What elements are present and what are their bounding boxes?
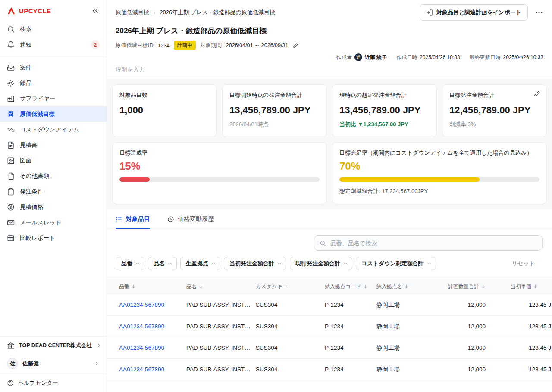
table-icon	[7, 234, 15, 242]
items-table: 品番 品名 カスタムキー 納入拠点コード 納入拠点	[107, 279, 552, 380]
user-menu[interactable]: 佐 佐藤健	[0, 354, 107, 373]
tab-price-history[interactable]: 価格変動履歴	[167, 209, 214, 229]
main-content: 原価低減目標 › 2026年上期 プレス・鍛造部品の原価低減目標 対象品目と調達…	[107, 0, 552, 392]
clipboard-icon	[7, 188, 15, 196]
table-header-row: 品番 品名 カスタムキー 納入拠点コード 納入拠点	[107, 279, 552, 294]
column-label: カスタムキー	[256, 283, 287, 290]
sidebar-item-notifications[interactable]: 通知 2	[0, 37, 107, 53]
table-row[interactable]: AA01234-567890 PAD SUB-ASSY, INST… SUS30…	[107, 316, 552, 337]
part-number-link[interactable]: AA01234-567890	[119, 345, 186, 351]
stat-card-target-order-total: 目標発注金額合計 12,456,789.00 JPY 削減率 3%	[442, 84, 547, 137]
reset-filters-button[interactable]: リセット	[512, 260, 535, 268]
filter-chip-label: 品名	[154, 260, 165, 268]
delivery-site-code-cell: P-1234	[325, 323, 376, 330]
table-row[interactable]: AA01234-567890 PAD SUB-ASSY, INST… SUS30…	[107, 294, 552, 316]
filter-chip-part-number[interactable]: 品番	[116, 257, 144, 270]
search-icon	[320, 240, 326, 246]
column-header-initial-unit-price[interactable]: 当初単価	[491, 283, 552, 290]
progress-label: 目標充足率（期間内にコストダウンアイテムを全て適用した場合の見込み）	[339, 149, 539, 157]
sidebar-item-order-conditions[interactable]: 発注条件	[0, 184, 107, 199]
sidebar-item-label: 部品	[20, 79, 31, 87]
table-search-box[interactable]	[314, 235, 543, 251]
column-header-part-number[interactable]: 品番	[119, 283, 186, 290]
sidebar-item-cost-reduction-targets[interactable]: 原価低減目標	[0, 106, 107, 122]
chevron-right-icon	[96, 342, 102, 348]
help-center-link[interactable]: ヘルプセンター	[0, 373, 107, 392]
sidebar-item-quotations[interactable]: 見積書	[0, 137, 107, 153]
stat-card-initial-order-total: 目標開始時点の発注金額合計 13,456,789.00 JPY 2026/04/…	[222, 84, 327, 137]
part-number-link[interactable]: AA01234-567890	[119, 323, 186, 330]
column-label: 計画数量合計	[448, 283, 479, 290]
stat-card-item-count: 対象品目数 1,000	[112, 84, 217, 137]
help-circle-icon	[7, 380, 14, 386]
drawing-icon	[7, 157, 15, 165]
column-header-delivery-site-code[interactable]: 納入拠点コード	[325, 283, 376, 290]
updated-at-value: 2025/04/26 10:33	[503, 54, 543, 60]
company-switcher[interactable]: TOP DEAD CENTER株式会社	[0, 337, 107, 354]
meta-row: 原価低減目標ID 1234 計画中 対象期間 2026/04/01 ～ 2026…	[116, 41, 543, 50]
progress-card-achievement: 目標達成率 15%	[112, 142, 327, 204]
sidebar-item-costdown-items[interactable]: コストダウンアイテム	[0, 122, 107, 137]
page-header: 原価低減目標 › 2026年上期 プレス・鍛造部品の原価低減目標 対象品目と調達…	[107, 0, 552, 79]
import-icon	[426, 9, 433, 16]
filter-chip-production-site[interactable]: 生産拠点	[180, 257, 220, 270]
page-title: 2026年上期 プレス・鍛造部品の原価低減目標	[116, 26, 543, 36]
chevron-down-icon	[211, 261, 216, 266]
filter-chip-part-name[interactable]: 品名	[148, 257, 177, 270]
sidebar-item-other-documents[interactable]: その他書類	[0, 168, 107, 184]
column-header-custom-key[interactable]: カスタムキー	[256, 283, 325, 290]
filter-chip-current-order-total[interactable]: 現行発注金額合計	[290, 257, 352, 270]
sidebar-item-drawings[interactable]: 図面	[0, 153, 107, 168]
planned-quantity-cell: 12,000	[437, 366, 491, 373]
inbox-icon	[7, 64, 15, 72]
detail-panel: 対象品目 価格変動履歴 品番 品名	[107, 209, 552, 392]
chevrons-left-icon	[91, 6, 100, 15]
chevron-down-icon	[343, 261, 348, 266]
sidebar-item-parts[interactable]: 部品	[0, 75, 107, 91]
search-icon	[7, 25, 15, 33]
edit-target-button[interactable]	[534, 90, 540, 97]
planned-quantity-cell: 12,000	[437, 345, 491, 351]
table-search-row	[107, 229, 552, 251]
progress-track	[339, 177, 539, 182]
edit-period-button[interactable]	[292, 43, 298, 49]
sidebar-item-suppliers[interactable]: サプライヤー	[0, 91, 107, 106]
sidebar-item-search[interactable]: 検索	[0, 22, 107, 37]
tab-label: 価格変動履歴	[178, 215, 214, 223]
column-header-planned-quantity[interactable]: 計画数量合計	[437, 283, 491, 290]
sidebar-item-mail-threads[interactable]: メールスレッド	[0, 215, 107, 230]
column-label: 品番	[119, 283, 129, 290]
sidebar-item-label: 通知	[20, 41, 31, 49]
tab-target-items[interactable]: 対象品目	[116, 209, 150, 229]
trending-down-icon	[7, 126, 15, 134]
filter-chip-label: コストダウン想定額合計	[361, 260, 424, 268]
table-search-input[interactable]	[329, 240, 537, 247]
target-id-label: 原価低減目標ID	[116, 42, 154, 49]
more-options-button[interactable]	[535, 8, 543, 17]
sidebar-item-quote-prices[interactable]: 見積価格	[0, 199, 107, 215]
delivery-site-name-cell: 静岡工場	[376, 366, 437, 373]
part-number-link[interactable]: AA01234-567890	[119, 302, 186, 308]
table-row[interactable]: AA01234-567890 PAD SUB-ASSY, INST… SUS30…	[107, 359, 552, 380]
progress-track	[119, 177, 320, 182]
chevron-down-icon	[427, 261, 432, 266]
column-header-part-name[interactable]: 品名	[186, 283, 256, 290]
column-header-delivery-site-name[interactable]: 納入拠点名	[376, 283, 437, 290]
creator-name: 近藤 綾子	[365, 54, 387, 61]
filter-chip-costdown-estimate-total[interactable]: コストダウン想定額合計	[356, 257, 436, 270]
filter-chip-initial-order-total[interactable]: 当初発注金額合計	[224, 257, 286, 270]
progress-percent: 70%	[339, 160, 539, 172]
clock-icon	[167, 216, 174, 223]
breadcrumb-root[interactable]: 原価低減目標	[116, 9, 149, 16]
tab-label: 対象品目	[126, 215, 150, 223]
part-number-link[interactable]: AA01234-567890	[119, 366, 186, 373]
progress-label: 目標達成率	[119, 149, 320, 157]
sidebar-item-comparison-reports[interactable]: 比較レポート	[0, 230, 107, 246]
sidebar-item-cases[interactable]: 案件	[0, 60, 107, 75]
sidebar-collapse-button[interactable]	[91, 6, 100, 15]
column-label: 納入拠点コード	[325, 283, 361, 290]
table-row[interactable]: AA01234-567890 PAD SUB-ASSY, INST… SUS30…	[107, 337, 552, 359]
progress-fill	[119, 177, 150, 182]
description-input[interactable]	[116, 66, 392, 73]
import-button[interactable]: 対象品目と調達計画をインポート	[420, 4, 528, 21]
